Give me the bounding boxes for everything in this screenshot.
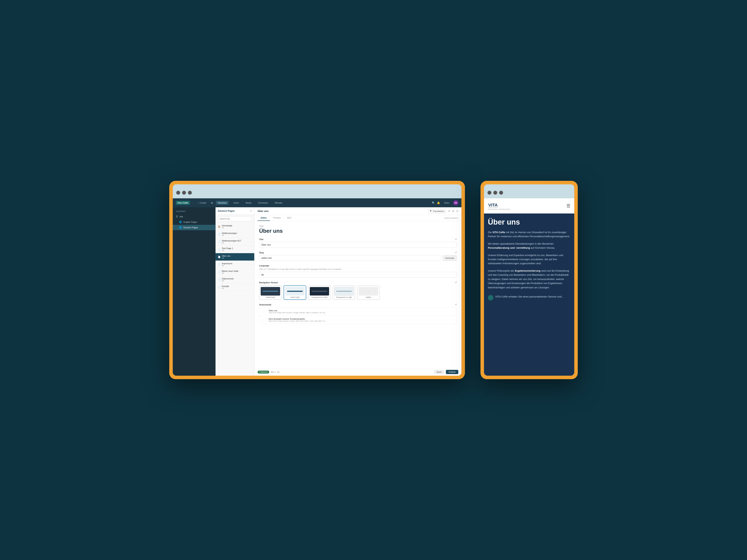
page-item-lang: DE [222,265,232,267]
mobile-traffic-light-close[interactable] [488,191,491,195]
page-item-testpage1[interactable]: 📄 Test Page 1 DE [215,246,254,253]
nav-variant-label-transparent-light: Transparent on Light [334,296,354,298]
nav-structure[interactable]: Structure [216,201,229,205]
page-item-more[interactable]: ··· [250,240,252,243]
page-item-kontakt[interactable]: 📄 Kontakt DE [215,284,254,291]
hamburger-button[interactable]: ☰ [566,204,570,209]
homepage-icon: 🏠 [218,225,221,228]
page-item-uber-uns[interactable]: 📄 Über uns DE [215,253,254,261]
seiteninhalt-refresh-icon[interactable]: ↺ [455,303,457,306]
datenschutz-icon: 📄 [218,278,221,281]
scene: Vita CoRe › + Create ⚙ Structure Vision … [0,0,747,560]
sidebar-item-english-pages[interactable]: 🌐 English Pages [173,219,215,225]
traffic-light-close[interactable] [176,191,180,195]
section-item-more[interactable]: ⋮ [452,310,454,313]
nav-website[interactable]: Website [273,201,284,205]
nav-variant-preview-solid-light [285,287,305,296]
title-input[interactable] [259,242,457,248]
footer-status: Published Mar 1 de [258,371,280,374]
slug-field-label: Slug ↺ [259,251,457,254]
cms-nav-sep: › [192,202,194,204]
add-page-button[interactable]: + [250,209,252,213]
page-item-meine-neue-seite[interactable]: 📄 Meine neue Seite DE [215,268,254,276]
create-button[interactable]: + Create [196,201,208,205]
page-item-more[interactable]: ··· [250,263,252,266]
slug-input[interactable] [259,255,441,261]
impressum-icon: 📄 [218,263,221,266]
section-item-more[interactable]: ⋮ [452,319,454,321]
editor-tabs: Editor Preview SEO Latest revision ▾ [254,215,461,221]
slug-field-group: Slug ↺ Generate [259,251,457,261]
logo-subtitle: COACHING & RECRUITING [488,209,510,210]
nav-variant-solid-light[interactable]: Solid (Light) [284,286,306,300]
nav-schedules[interactable]: Schedules [256,201,270,205]
slug-refresh-icon[interactable]: ↺ [455,251,457,254]
nav-variant-transparent-light[interactable]: Transparent on Light [333,286,355,300]
page-item-lang: DE [222,234,237,236]
refresh-icon[interactable]: ↺ [448,210,450,213]
vita-core-logo-svg: VITA CoRe GmbH [488,202,501,209]
tab-seo[interactable]: SEO [284,215,294,221]
search-icon[interactable]: 🔍 [432,202,435,204]
page-item-name: Datenschutz [222,277,234,280]
title-refresh-icon[interactable]: ↺ [455,238,457,241]
user-avatar[interactable]: DS [453,200,458,205]
page-item-impressum[interactable]: 📄 Impressum DE ··· [215,261,254,268]
page-item-lang: DE [222,280,234,282]
nav-media[interactable]: Media [244,201,254,205]
deutsch-pages-icon: 🌐 [179,226,182,229]
mobile-traffic-light-maximize[interactable] [499,191,503,195]
testpage-icon: 📄 [218,248,221,251]
nav-variant-refresh-icon[interactable]: ↺ [455,281,457,284]
drag-handle-icon[interactable]: ⋮⋮ [262,310,267,313]
notifications-icon[interactable]: 🔔 [437,202,440,204]
page-item-lang: DE [222,242,241,244]
nav-variant-transparent-dark[interactable]: Transparent on Dark [308,286,331,300]
publish-button[interactable]: Publish [446,370,458,374]
status-badge: Published [258,371,269,374]
drag-handle-icon[interactable]: ⋮⋮ [262,318,267,321]
close-icon[interactable]: ✕ [456,210,458,213]
tasks-button[interactable]: Tasks [442,201,451,205]
traffic-light-minimize[interactable] [182,191,186,195]
editor-footer: Published Mar 1 de Save Publish [254,368,461,376]
sidebar-section-label: Content [173,210,215,214]
translations-button[interactable]: ⚑ Translations [428,209,446,213]
page-item-lang: DE [222,249,233,251]
section-item-uber-uns[interactable]: ⋮⋮ Über uns Card Text Image Hero Section… [259,308,457,316]
title-field-label: Title ↺ [259,238,457,241]
sidebar-item-alle[interactable]: ☰ Alle [173,214,215,219]
tab-editor[interactable]: Editor [258,215,270,221]
nav-variant-solid-dark[interactable]: Solid (Dark) [259,286,282,300]
alle-icon: ☰ [176,215,178,218]
section-item-kundenprojekte[interactable]: ⋮⋮ Eine Auswahl unserer Kundenprojekte B… [259,316,457,324]
page-item-stellenanzeigen[interactable]: 📄 Stellenanzeigen DE [215,231,254,238]
expand-icon[interactable]: ⊡ [452,210,454,213]
page-search-input[interactable] [218,216,252,221]
tab-preview[interactable]: Preview [270,215,284,221]
page-item-name: Homepage [222,224,232,227]
latest-revision[interactable]: Latest revision ▾ [444,215,458,221]
section-item-desc: Block Text Image Section | Image: right … [269,320,450,322]
page-item-stellenanzeigen-alt[interactable]: 📄 Stellenanzeigen ALT DE ··· [215,238,254,246]
page-item-datenschutz[interactable]: 📄 Datenschutz DE [215,276,254,284]
mobile-traffic-light-minimize[interactable] [493,191,497,195]
page-item-lang: DE [222,257,231,259]
generate-button[interactable]: Generate [443,255,457,261]
mobile-browser-window: VITA CoRe GmbH COACHING & RECRUITING ☰ Ü… [481,181,578,379]
mobile-dot [488,295,493,300]
nav-variant-preview-hidden: — [359,287,378,296]
sidebar-item-deutsch-pages[interactable]: 🌐 Deutsch Pages [173,225,215,230]
mobile-bottom-item: VITA CoRe erhalten Sie einen personalisi… [488,293,570,300]
browser-content: Vita CoRe › + Create ⚙ Structure Vision … [173,198,461,376]
save-button[interactable]: Save [434,370,444,374]
topbar-settings-icon[interactable]: ⚙ [211,202,213,204]
nav-vision[interactable]: Vision [231,201,241,205]
traffic-light-maximize[interactable] [188,191,192,195]
nav-variant-hidden[interactable]: — Hidden [357,286,380,300]
language-input[interactable] [259,272,457,278]
page-list-items: 🏠 Homepage DE 📄 Stellenanzeigen DE [215,223,254,376]
nav-variant-preview-transparent-dark [310,287,329,296]
page-item-homepage[interactable]: 🏠 Homepage DE [215,223,254,231]
page-list-title: Deutsch Pages [218,210,235,212]
